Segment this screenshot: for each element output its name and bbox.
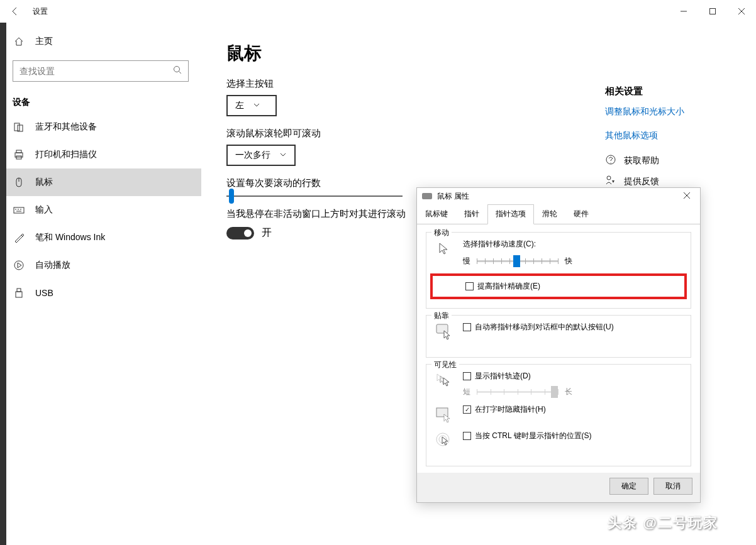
- slider-thumb[interactable]: [513, 255, 520, 267]
- feedback-link[interactable]: 提供反馈: [605, 175, 731, 188]
- visibility-legend: 可见性: [431, 360, 459, 370]
- short-label: 短: [463, 387, 470, 397]
- svg-rect-6: [14, 123, 19, 131]
- hide-typing-checkbox[interactable]: [463, 405, 471, 414]
- home-icon: [13, 35, 25, 48]
- close-button[interactable]: [727, 0, 756, 23]
- ctrl-locate-checkbox[interactable]: [463, 432, 471, 440]
- get-help-link[interactable]: 获取帮助: [605, 154, 731, 167]
- lines-slider[interactable]: [226, 195, 403, 197]
- svg-rect-19: [17, 289, 21, 292]
- tab-pointers[interactable]: 指针: [456, 204, 487, 224]
- inactive-scroll-toggle[interactable]: [226, 227, 254, 239]
- sidebar-item-mouse[interactable]: 鼠标: [0, 168, 201, 196]
- section-title: 设备: [0, 88, 201, 113]
- mouse-properties-dialog: 鼠标 属性 鼠标键 指针 指针选项 滑轮 硬件 移动 选择指针移动速度(C): …: [416, 187, 701, 503]
- svg-line-5: [179, 72, 182, 74]
- dropdown-value: 一次多行: [235, 150, 270, 161]
- sidebar-item-bluetooth[interactable]: 蓝牙和其他设备: [0, 113, 201, 141]
- feedback-icon: [605, 175, 616, 188]
- sidebar-item-typing[interactable]: 输入: [0, 196, 201, 224]
- svg-point-22: [611, 163, 611, 163]
- pointer-icon: [434, 239, 454, 259]
- nav-label: 鼠标: [35, 177, 53, 188]
- autoplay-icon: [13, 259, 25, 272]
- search-field[interactable]: [19, 66, 173, 76]
- tab-pointer-options[interactable]: 指针选项: [487, 204, 534, 224]
- mouse-icon: [13, 176, 25, 189]
- ctrl-locate-label: 当按 CTRL 键时显示指针的位置(S): [475, 431, 592, 441]
- long-label: 长: [565, 387, 572, 397]
- watermark: 头条 @二号玩家: [608, 514, 718, 532]
- printer-icon: [13, 148, 25, 161]
- sidebar-item-autoplay[interactable]: 自动播放: [0, 251, 201, 279]
- trails-checkbox[interactable]: [463, 372, 471, 380]
- other-mouse-link[interactable]: 其他鼠标选项: [605, 130, 731, 141]
- sidebar-item-printers[interactable]: 打印机和扫描仪: [0, 141, 201, 168]
- svg-rect-13: [14, 207, 24, 213]
- trails-label: 显示指针轨迹(D): [475, 371, 531, 382]
- dialog-title: 鼠标 属性: [437, 191, 469, 202]
- nav-label: 笔和 Windows Ink: [35, 232, 105, 243]
- page-title: 鼠标: [226, 41, 731, 65]
- related-title: 相关设置: [605, 85, 731, 97]
- fast-label: 快: [565, 256, 572, 267]
- nav-label: USB: [35, 288, 53, 298]
- enhance-label: 提高指针精确度(E): [477, 281, 540, 292]
- enhance-precision-checkbox[interactable]: [465, 282, 474, 290]
- slider-thumb[interactable]: [229, 189, 234, 204]
- adjust-cursor-link[interactable]: 调整鼠标和光标大小: [605, 106, 731, 118]
- minimize-button[interactable]: [669, 0, 698, 23]
- nav-label: 输入: [35, 204, 53, 216]
- pointer-speed-slider[interactable]: [477, 255, 559, 267]
- sidebar-item-usb[interactable]: USB: [0, 279, 201, 307]
- keyboard-icon: [13, 204, 25, 216]
- trails-icon: [434, 371, 454, 391]
- scroll-mode-dropdown[interactable]: 一次多行: [226, 145, 296, 166]
- chevron-down-icon: [253, 101, 260, 111]
- tab-buttons[interactable]: 鼠标键: [417, 204, 456, 224]
- sidebar: 主页 设备 蓝牙和其他设备 打印机和扫描仪 鼠标 输入 笔和 Windows I…: [0, 23, 201, 545]
- snap-legend: 贴靠: [431, 311, 452, 321]
- toggle-state: 开: [262, 226, 272, 239]
- slow-label: 慢: [463, 256, 470, 267]
- search-icon: [173, 65, 182, 77]
- ok-button[interactable]: 确定: [609, 478, 648, 495]
- chevron-down-icon: [279, 150, 287, 160]
- devices-icon: [13, 121, 25, 133]
- ctrl-locate-icon: [434, 431, 454, 451]
- svg-rect-27: [436, 408, 448, 417]
- snap-icon: [434, 322, 454, 342]
- svg-rect-9: [16, 150, 21, 153]
- dropdown-value: 左: [235, 100, 244, 111]
- mouse-dialog-icon: [422, 193, 432, 199]
- trail-length-slider: [477, 385, 559, 398]
- search-input[interactable]: [13, 60, 189, 82]
- svg-point-23: [607, 176, 611, 180]
- home-label: 主页: [35, 36, 53, 47]
- tab-hardware[interactable]: 硬件: [565, 204, 597, 224]
- snap-label: 自动将指针移动到对话框中的默认按钮(U): [475, 322, 614, 333]
- pen-icon: [13, 231, 25, 244]
- nav-label: 蓝牙和其他设备: [35, 121, 97, 133]
- feedback-label: 提供反馈: [624, 176, 659, 187]
- svg-rect-20: [16, 292, 22, 297]
- maximize-button[interactable]: [698, 0, 727, 23]
- back-button[interactable]: [0, 0, 30, 23]
- home-link[interactable]: 主页: [0, 29, 201, 54]
- snap-checkbox[interactable]: [463, 323, 471, 331]
- svg-point-4: [174, 67, 180, 72]
- svg-rect-26: [436, 324, 448, 333]
- highlight-box: 提高指针精确度(E): [430, 273, 687, 299]
- sidebar-item-pen[interactable]: 笔和 Windows Ink: [0, 224, 201, 251]
- svg-rect-1: [710, 9, 716, 14]
- cancel-button[interactable]: 取消: [653, 478, 692, 495]
- tab-wheel[interactable]: 滑轮: [534, 204, 565, 224]
- hide-typing-icon: [434, 404, 454, 424]
- nav-label: 打印机和扫描仪: [35, 149, 97, 160]
- help-label: 获取帮助: [624, 155, 659, 167]
- primary-button-dropdown[interactable]: 左: [226, 95, 277, 116]
- help-icon: [605, 154, 616, 167]
- dialog-close-button[interactable]: [679, 190, 695, 202]
- window-title: 设置: [33, 6, 48, 17]
